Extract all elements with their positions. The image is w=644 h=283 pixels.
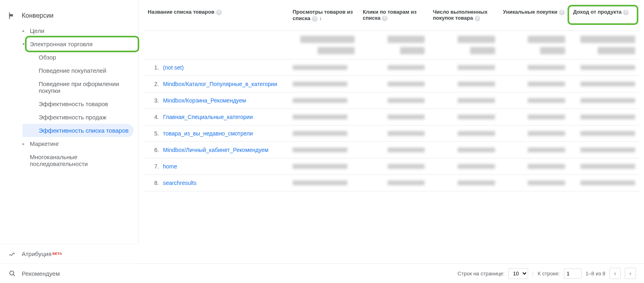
data-cell	[499, 175, 569, 191]
row-index: 3.	[148, 97, 159, 104]
product-list-link[interactable]: Главная_Специальные_категории	[163, 114, 253, 120]
data-cell	[289, 109, 359, 125]
data-cell	[569, 59, 639, 76]
help-icon[interactable]: ?	[559, 10, 565, 15]
table-pager: Строк на странице: 10 | К строке: 1–8 из…	[139, 263, 644, 283]
table-row: 6.Mindbox/Личный_кабинет_Рекомендуем	[144, 142, 639, 158]
data-cell	[289, 76, 359, 92]
pager-goto-input[interactable]	[564, 269, 582, 279]
product-list-link[interactable]: (not set)	[163, 64, 184, 71]
nav-attribution-label: Атрибуция	[22, 250, 52, 257]
product-list-link[interactable]: Mindbox/Корзина_Рекомендуем	[163, 97, 246, 104]
sidebar-item-3[interactable]: Поведение покупателей	[23, 64, 134, 77]
sidebar-bottom: Атрибуция БЕТА Рекомендуем	[0, 244, 139, 283]
help-icon[interactable]: ?	[312, 16, 318, 22]
sidebar-item-4[interactable]: Поведение при оформлении покупки	[23, 77, 134, 97]
row-index: 7.	[148, 163, 159, 170]
data-cell	[499, 59, 569, 76]
sidebar-item-0[interactable]: ▸Цели	[23, 24, 134, 37]
discover-icon	[8, 269, 16, 277]
data-cell	[359, 175, 429, 191]
sidebar-item-6[interactable]: Эффективность продаж	[23, 111, 134, 124]
sidebar-item-label: Поведение при оформлении покупки	[39, 80, 129, 94]
nav-discover[interactable]: Рекомендуем	[0, 263, 139, 283]
data-cell	[499, 109, 569, 125]
product-list-link[interactable]: home	[163, 163, 177, 170]
column-header-5[interactable]: Доход от продукта?	[569, 0, 639, 31]
sidebar-item-1[interactable]: ▾Электронная торговля	[23, 37, 134, 51]
data-cell	[569, 175, 639, 191]
svg-point-0	[10, 271, 14, 275]
sort-desc-icon: ↓	[319, 15, 322, 21]
row-index: 1.	[148, 64, 159, 71]
data-cell	[289, 92, 359, 109]
product-list-link[interactable]: Mindbox/Каталог_Популярные_в_категории	[163, 81, 277, 87]
sidebar-item-5[interactable]: Эффективность товаров	[23, 97, 134, 111]
table-row: 3.Mindbox/Корзина_Рекомендуем	[144, 92, 639, 109]
product-list-link[interactable]: товара_из_вы_недавно_смотрели	[163, 130, 253, 137]
column-header-1[interactable]: Просмотры товаров из списка?↓	[289, 0, 359, 31]
pager-range: 1–8 из 8	[586, 271, 605, 277]
row-index: 5.	[148, 130, 159, 137]
data-cell	[569, 92, 639, 109]
row-index: 4.	[148, 114, 159, 120]
data-cell	[569, 76, 639, 92]
pager-next-button[interactable]: ›	[625, 268, 636, 279]
nav-discover-label: Рекомендуем	[22, 270, 60, 277]
data-cell	[289, 142, 359, 158]
sidebar-item-label: Эффективность товаров	[39, 100, 108, 107]
data-cell	[429, 158, 499, 175]
data-cell	[359, 59, 429, 76]
column-header-0[interactable]: Название списка товаров?	[144, 0, 289, 31]
pager-rows-label: Строк на странице:	[458, 271, 505, 277]
data-cell	[289, 158, 359, 175]
data-cell	[359, 125, 429, 142]
data-cell	[429, 125, 499, 142]
help-icon[interactable]: ?	[475, 16, 480, 21]
table-row: 7.home	[144, 158, 639, 175]
column-header-label: Просмотры товаров из списка	[293, 9, 353, 21]
column-header-label: Клики по товарам из списка	[363, 9, 417, 21]
data-cell	[289, 125, 359, 142]
main-area: Название списка товаров?Просмотры товаро…	[139, 0, 644, 283]
sidebar-nav: Конверсии ▸Цели▾Электронная торговляОбзо…	[0, 0, 139, 283]
data-cell	[499, 125, 569, 142]
pager-prev-button[interactable]: ‹	[609, 268, 621, 279]
data-cell	[359, 142, 429, 158]
row-index: 8.	[148, 180, 159, 186]
help-icon[interactable]: ?	[382, 16, 388, 21]
flag-icon	[7, 11, 16, 20]
data-cell	[429, 175, 499, 191]
column-header-3[interactable]: Число выполненных покупок товара?	[429, 0, 499, 31]
help-icon[interactable]: ?	[216, 10, 222, 15]
help-icon[interactable]: ?	[623, 10, 629, 15]
data-cell	[569, 158, 639, 175]
data-cell	[499, 158, 569, 175]
sidebar-item-8[interactable]: ▸Маркетинг	[23, 137, 134, 150]
sidebar-item-label: Многоканальные последовательности	[30, 154, 129, 167]
sidebar-item-7[interactable]: Эффективность списка товаров	[23, 124, 134, 137]
data-cell	[289, 59, 359, 76]
data-cell	[359, 92, 429, 109]
product-list-link[interactable]: searchresults	[163, 180, 196, 186]
column-header-4[interactable]: Уникальные покупки?	[499, 0, 569, 31]
data-cell	[569, 125, 639, 142]
data-cell	[429, 142, 499, 158]
sidebar-item-label: Эффективность продаж	[39, 114, 106, 121]
product-list-link[interactable]: Mindbox/Личный_кабинет_Рекомендуем	[163, 147, 268, 153]
nav-section-conversions[interactable]: Конверсии	[0, 7, 138, 24]
data-cell	[569, 142, 639, 158]
table-row: 8.searchresults	[144, 175, 639, 191]
sidebar-item-label: Цели	[30, 27, 44, 34]
sidebar-item-2[interactable]: Обзор	[23, 51, 134, 64]
sidebar-item-9[interactable]: Многоканальные последовательности	[23, 150, 134, 170]
nav-section-title: Конверсии	[22, 12, 54, 19]
report-table: Название списка товаров?Просмотры товаро…	[144, 0, 639, 191]
column-header-label: Уникальные покупки	[503, 9, 557, 15]
sidebar-item-label: Обзор	[39, 54, 56, 61]
data-cell	[499, 76, 569, 92]
nav-attribution[interactable]: Атрибуция БЕТА	[0, 244, 139, 263]
pager-rows-select[interactable]: 10	[508, 268, 528, 279]
column-header-2[interactable]: Клики по товарам из списка?	[359, 0, 429, 31]
attribution-icon	[8, 250, 16, 258]
